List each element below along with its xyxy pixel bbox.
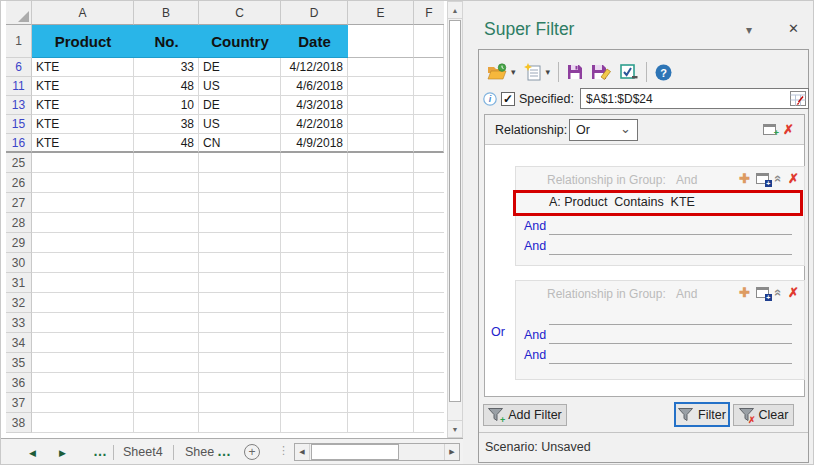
empty-cells[interactable] [32,333,444,353]
collapse-group-icon[interactable]: « [771,289,786,296]
grid-row-empty[interactable]: 38 [6,413,444,433]
manage-scenario-icon[interactable] [620,64,638,80]
cell-f13[interactable] [414,96,444,115]
grid-row-empty[interactable]: 25 [6,153,444,173]
grid-row-empty[interactable]: 30 [6,253,444,273]
sheet-overflow-ellipsis[interactable]: … [93,443,107,459]
cell-e16[interactable] [348,134,414,153]
cell-a6[interactable]: KTE [32,58,134,77]
row-header-13[interactable]: 13 [6,96,32,115]
collapse-group-icon[interactable]: « [771,175,786,182]
empty-cells[interactable] [32,273,444,293]
add-subgroup-icon[interactable]: + [756,287,769,298]
empty-cells[interactable] [32,353,444,373]
cell-e15[interactable] [348,115,414,134]
cell-b16[interactable]: 48 [134,134,199,153]
empty-cells[interactable] [32,233,444,253]
tab-splitter-dots-icon[interactable]: ⋮ [278,444,289,457]
range-picker-icon[interactable] [790,91,806,106]
grid-row-empty[interactable]: 26 [6,173,444,193]
column-header-a[interactable]: A [32,1,134,25]
open-scenario-dropdown-icon[interactable]: ▾ [511,67,516,77]
delete-all-icon[interactable]: ✗ [783,122,794,137]
row-header-36[interactable]: 36 [6,373,32,393]
empty-cells[interactable] [32,373,444,393]
relationship-dropdown[interactable]: Or ⌄ [569,119,638,141]
cell-e6[interactable] [348,58,414,77]
cell-f6[interactable] [414,58,444,77]
sheet-overflow-ellipsis[interactable]: … [217,443,231,459]
row-header-34[interactable]: 34 [6,333,32,353]
and-condition-row[interactable]: And [524,219,792,237]
empty-cells[interactable] [32,313,444,333]
add-condition-icon[interactable]: ✚ [739,285,750,300]
group-relationship-value[interactable]: And [676,287,697,301]
grid-row-empty[interactable]: 32 [6,293,444,313]
range-input[interactable]: $A$1:$D$24 [580,88,809,109]
delete-group-icon[interactable]: ✗ [788,171,799,186]
grid-row-empty[interactable]: 36 [6,373,444,393]
sheet-tab-sheet4[interactable]: Sheet4 [123,445,163,459]
empty-condition-row[interactable] [549,311,792,325]
prev-sheet-icon[interactable]: ◀ [29,448,36,458]
cell-a1[interactable]: Product [32,25,134,58]
delete-group-icon[interactable]: ✗ [788,285,799,300]
cell-e13[interactable] [348,96,414,115]
row-header-25[interactable]: 25 [6,153,32,173]
row-header-29[interactable]: 29 [6,233,32,253]
cell-f16[interactable] [414,134,444,153]
save-as-scenario-icon[interactable] [591,64,612,80]
cell-b15[interactable]: 38 [134,115,199,134]
clear-button[interactable]: ✗ Clear [733,404,794,426]
row-header-27[interactable]: 27 [6,193,32,213]
cell-f11[interactable] [414,77,444,96]
row-header-32[interactable]: 32 [6,293,32,313]
cell-e11[interactable] [348,77,414,96]
grid-row-empty[interactable]: 35 [6,353,444,373]
new-scenario-dropdown-icon[interactable]: ▾ [546,67,551,77]
cell-a13[interactable]: KTE [32,96,134,115]
horizontal-scrollbar-thumb[interactable] [311,444,399,460]
row-header-37[interactable]: 37 [6,393,32,413]
column-header-b[interactable]: B [134,1,199,25]
help-icon[interactable]: ? [655,64,672,81]
cell-e1[interactable] [348,25,414,58]
add-condition-icon[interactable]: ✚ [739,171,750,186]
cell-d15[interactable]: 4/2/2018 [281,115,348,134]
horizontal-scrollbar[interactable]: ◀ ▶ [294,443,460,461]
row-header-30[interactable]: 30 [6,253,32,273]
cell-c15[interactable]: US [199,115,281,134]
empty-cells[interactable] [32,193,444,213]
row-header-35[interactable]: 35 [6,353,32,373]
cell-c1[interactable]: Country [199,25,281,58]
scroll-down-icon[interactable]: ▼ [448,420,462,437]
scroll-right-icon[interactable]: ▶ [444,444,459,460]
open-scenario-icon[interactable] [487,63,507,81]
new-scenario-icon[interactable] [524,63,542,82]
filter-button[interactable]: Filter [674,402,730,427]
next-sheet-icon[interactable]: ▶ [59,448,66,458]
add-group-icon[interactable]: + [763,124,776,135]
column-header-e[interactable]: E [348,1,414,25]
cell-b1[interactable]: No. [134,25,199,58]
empty-cells[interactable] [32,253,444,273]
add-subgroup-icon[interactable]: + [756,173,769,184]
and-condition-row[interactable]: And [524,328,792,346]
cell-b11[interactable]: 48 [134,77,199,96]
grid-row-empty[interactable]: 34 [6,333,444,353]
add-sheet-icon[interactable]: + [244,444,260,460]
empty-cells[interactable] [32,413,444,433]
filter-condition[interactable]: A: Product Contains KTE [549,195,695,209]
cell-c11[interactable]: US [199,77,281,96]
cell-c13[interactable]: DE [199,96,281,115]
cell-f1[interactable] [414,25,444,58]
cell-d1[interactable]: Date [281,25,348,58]
scroll-left-icon[interactable]: ◀ [295,444,310,460]
empty-cells[interactable] [32,153,444,173]
pane-close-icon[interactable]: ✕ [788,21,799,36]
row-header-15[interactable]: 15 [6,115,32,134]
empty-cells[interactable] [32,393,444,413]
cell-d13[interactable]: 4/3/2018 [281,96,348,115]
info-icon[interactable]: i [483,92,497,106]
column-header-d[interactable]: D [281,1,348,25]
